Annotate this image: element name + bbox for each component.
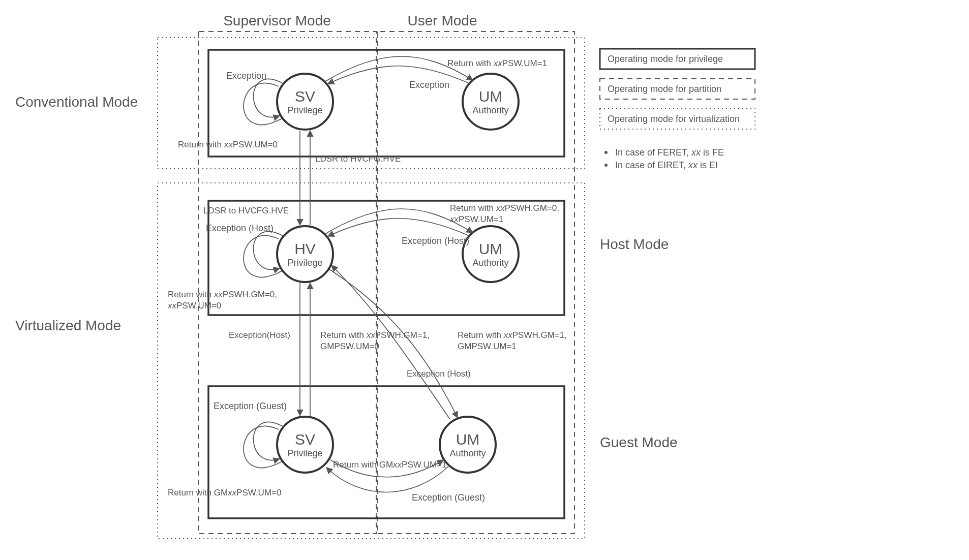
legend-privilege: Operating mode for privilege <box>608 54 723 64</box>
lbl-conv-to-host: LDSR to HVCFG.HVE <box>315 154 401 164</box>
node-guest-sv: SV Privilege <box>277 417 333 473</box>
side-guest: Guest Mode <box>600 434 678 450</box>
svg-text:UM: UM <box>456 431 480 448</box>
lbl-gsv-to-hv: Exception(Host) <box>229 330 290 340</box>
lbl-gsv-to-gum: Return with GMxxPSW.UM=1 <box>333 460 446 470</box>
lbl-gum-to-gsv: Exception (Guest) <box>412 492 485 503</box>
row-conventional: Conventional Mode <box>15 94 138 110</box>
svg-text:Privilege: Privilege <box>287 105 322 115</box>
legend: Operating mode for privilege Operating m… <box>600 49 755 129</box>
svg-point-22 <box>604 164 608 167</box>
svg-text:Privilege: Privilege <box>287 258 322 268</box>
svg-text:UM: UM <box>479 240 503 257</box>
notes: In case of FERET, xx is FE In case of EI… <box>604 147 724 170</box>
lbl-host-hv-self-ret-a: Return with xxPSWH.GM=0, <box>168 290 277 299</box>
svg-text:SV: SV <box>295 431 315 448</box>
svg-text:SV: SV <box>295 88 315 105</box>
lbl-hv-to-gsv-a: Return with xxPSWH.GM=1, <box>320 330 430 340</box>
lbl-conv-um-to-sv: Exception <box>409 80 449 90</box>
note-eiret: In case of EIRET, xx is EI <box>615 160 718 170</box>
node-host-um: UM Authority <box>463 226 519 282</box>
node-conv-um: UM Authority <box>463 74 519 130</box>
lbl-gsv-self-exc: Exception (Guest) <box>214 401 287 411</box>
lbl-host-to-conv: LDSR to HVCFG.HVE <box>203 206 289 215</box>
lbl-hv-to-gsv-b: GMPSW.UM=0 <box>320 341 379 351</box>
node-host-hv: HV Privilege <box>277 226 333 282</box>
svg-text:Privilege: Privilege <box>287 448 322 458</box>
node-conv-sv: SV Privilege <box>277 74 333 130</box>
svg-text:Authority: Authority <box>472 258 508 268</box>
lbl-gsv-self-ret: Return with GMxxPSW.UM=0 <box>168 488 281 497</box>
svg-text:Authority: Authority <box>472 105 508 115</box>
lbl-hv-to-gum-a: Return with xxPSWH.GM=1, <box>458 330 567 340</box>
dotted-virtualized <box>158 183 585 539</box>
col-user: User Mode <box>408 13 477 28</box>
lbl-conv-sv-to-um: Return with xxPSW.UM=1 <box>447 58 547 68</box>
lbl-host-um-to-hv: Exception (Host) <box>402 236 469 246</box>
side-host: Host Mode <box>600 236 669 252</box>
legend-virtualization: Operating mode for virtualization <box>608 114 740 124</box>
lbl-host-hv-self-ret-b: xxPSW.UM=0 <box>167 301 221 310</box>
lbl-hv-to-gum-b: GMPSW.UM=1 <box>458 341 517 351</box>
svg-point-21 <box>604 151 608 154</box>
note-feret: In case of FERET, xx is FE <box>615 147 724 158</box>
lbl-host-hv-to-um-a: Return with xxPSWH.GM=0, <box>450 203 559 213</box>
lbl-gum-to-hv: Exception (Host) <box>407 369 471 379</box>
svg-text:Authority: Authority <box>449 448 486 458</box>
row-virtualized: Virtualized Mode <box>15 318 121 333</box>
node-guest-um: UM Authority <box>440 417 496 473</box>
lbl-conv-sv-self-exc: Exception <box>226 71 266 81</box>
diagram: Supervisor Mode User Mode Conventional M… <box>0 0 969 560</box>
legend-partition: Operating mode for partition <box>608 84 721 94</box>
edge-gum-to-gsv <box>326 466 448 492</box>
lbl-conv-sv-self-ret: Return with xxPSW.UM=0 <box>178 140 278 149</box>
lbl-host-hv-self-exc: Exception (Host) <box>206 223 274 233</box>
svg-text:HV: HV <box>294 240 316 257</box>
lbl-host-hv-to-um-b: xxPSW.UM=1 <box>449 214 503 224</box>
col-supervisor: Supervisor Mode <box>223 13 331 28</box>
svg-text:UM: UM <box>479 88 503 105</box>
